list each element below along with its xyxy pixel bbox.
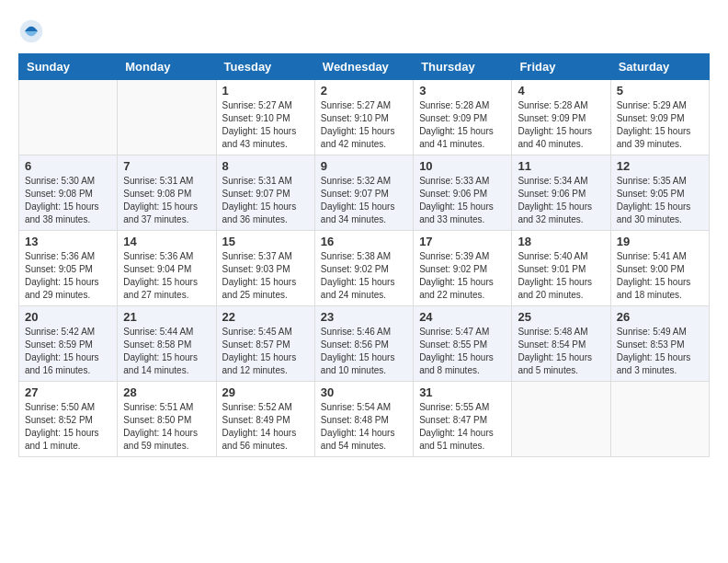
day-info: Sunrise: 5:38 AM Sunset: 9:02 PM Dayligh…: [321, 250, 407, 302]
day-info: Sunrise: 5:55 AM Sunset: 8:47 PM Dayligh…: [419, 401, 506, 453]
calendar-day-cell: 24Sunrise: 5:47 AM Sunset: 8:55 PM Dayli…: [414, 306, 512, 382]
day-info: Sunrise: 5:44 AM Sunset: 8:58 PM Dayligh…: [123, 326, 210, 377]
day-number: 4: [518, 84, 604, 98]
calendar-week-row: 20Sunrise: 5:42 AM Sunset: 8:59 PM Dayli…: [19, 306, 710, 382]
calendar-day-cell: 23Sunrise: 5:46 AM Sunset: 8:56 PM Dayli…: [314, 306, 413, 382]
day-info: Sunrise: 5:51 AM Sunset: 8:50 PM Dayligh…: [123, 401, 210, 453]
calendar-day-cell: 22Sunrise: 5:45 AM Sunset: 8:57 PM Dayli…: [216, 306, 314, 382]
calendar-day-cell: [610, 382, 709, 457]
weekday-header: Wednesday: [314, 54, 413, 80]
day-info: Sunrise: 5:30 AM Sunset: 9:08 PM Dayligh…: [25, 175, 111, 226]
day-number: 31: [419, 385, 506, 399]
day-info: Sunrise: 5:36 AM Sunset: 9:05 PM Dayligh…: [25, 250, 111, 302]
day-number: 2: [321, 84, 407, 98]
day-info: Sunrise: 5:31 AM Sunset: 9:07 PM Dayligh…: [222, 175, 309, 226]
day-number: 30: [321, 385, 407, 399]
day-info: Sunrise: 5:34 AM Sunset: 9:06 PM Dayligh…: [518, 175, 604, 226]
weekday-header: Friday: [512, 54, 610, 80]
day-info: Sunrise: 5:32 AM Sunset: 9:07 PM Dayligh…: [321, 175, 407, 226]
day-info: Sunrise: 5:50 AM Sunset: 8:52 PM Dayligh…: [25, 401, 111, 453]
calendar-table: SundayMondayTuesdayWednesdayThursdayFrid…: [18, 53, 710, 457]
day-info: Sunrise: 5:39 AM Sunset: 9:02 PM Dayligh…: [419, 250, 506, 302]
day-number: 19: [617, 235, 703, 248]
calendar-day-cell: [118, 80, 216, 155]
calendar-day-cell: 27Sunrise: 5:50 AM Sunset: 8:52 PM Dayli…: [19, 382, 118, 457]
day-info: Sunrise: 5:40 AM Sunset: 9:01 PM Dayligh…: [518, 250, 604, 302]
calendar-header-row: SundayMondayTuesdayWednesdayThursdayFrid…: [19, 54, 710, 80]
logo: [18, 18, 48, 44]
calendar-day-cell: 9Sunrise: 5:32 AM Sunset: 9:07 PM Daylig…: [314, 155, 413, 231]
day-number: 7: [123, 159, 210, 173]
calendar-day-cell: 14Sunrise: 5:36 AM Sunset: 9:04 PM Dayli…: [118, 231, 216, 306]
day-info: Sunrise: 5:47 AM Sunset: 8:55 PM Dayligh…: [419, 326, 506, 377]
day-info: Sunrise: 5:31 AM Sunset: 9:08 PM Dayligh…: [123, 175, 210, 226]
day-number: 14: [123, 235, 210, 248]
calendar-day-cell: 21Sunrise: 5:44 AM Sunset: 8:58 PM Dayli…: [118, 306, 216, 382]
day-number: 9: [321, 159, 407, 173]
day-info: Sunrise: 5:46 AM Sunset: 8:56 PM Dayligh…: [321, 326, 407, 377]
day-number: 6: [25, 159, 111, 173]
calendar-day-cell: 15Sunrise: 5:37 AM Sunset: 9:03 PM Dayli…: [216, 231, 314, 306]
page-header: [18, 18, 710, 44]
calendar-day-cell: 3Sunrise: 5:28 AM Sunset: 9:09 PM Daylig…: [414, 80, 512, 155]
calendar-day-cell: [512, 382, 610, 457]
calendar-day-cell: 18Sunrise: 5:40 AM Sunset: 9:01 PM Dayli…: [512, 231, 610, 306]
calendar-day-cell: 19Sunrise: 5:41 AM Sunset: 9:00 PM Dayli…: [610, 231, 709, 306]
calendar-day-cell: 16Sunrise: 5:38 AM Sunset: 9:02 PM Dayli…: [314, 231, 413, 306]
calendar-day-cell: 2Sunrise: 5:27 AM Sunset: 9:10 PM Daylig…: [314, 80, 413, 155]
day-info: Sunrise: 5:28 AM Sunset: 9:09 PM Dayligh…: [419, 99, 506, 151]
calendar-day-cell: 20Sunrise: 5:42 AM Sunset: 8:59 PM Dayli…: [19, 306, 118, 382]
calendar-day-cell: 1Sunrise: 5:27 AM Sunset: 9:10 PM Daylig…: [216, 80, 314, 155]
weekday-header: Thursday: [414, 54, 512, 80]
weekday-header: Tuesday: [216, 54, 314, 80]
day-info: Sunrise: 5:52 AM Sunset: 8:49 PM Dayligh…: [222, 401, 309, 453]
calendar-day-cell: 10Sunrise: 5:33 AM Sunset: 9:06 PM Dayli…: [414, 155, 512, 231]
day-number: 20: [25, 310, 111, 324]
day-number: 18: [518, 235, 604, 248]
calendar-day-cell: 12Sunrise: 5:35 AM Sunset: 9:05 PM Dayli…: [610, 155, 709, 231]
day-number: 12: [617, 159, 703, 173]
day-info: Sunrise: 5:48 AM Sunset: 8:54 PM Dayligh…: [518, 326, 604, 377]
calendar-day-cell: 4Sunrise: 5:28 AM Sunset: 9:09 PM Daylig…: [512, 80, 610, 155]
day-number: 15: [222, 235, 309, 248]
calendar-day-cell: 30Sunrise: 5:54 AM Sunset: 8:48 PM Dayli…: [314, 382, 413, 457]
calendar-day-cell: 5Sunrise: 5:29 AM Sunset: 9:09 PM Daylig…: [610, 80, 709, 155]
day-number: 17: [419, 235, 506, 248]
calendar-day-cell: 8Sunrise: 5:31 AM Sunset: 9:07 PM Daylig…: [216, 155, 314, 231]
day-number: 25: [518, 310, 604, 324]
day-number: 8: [222, 159, 309, 173]
day-number: 26: [617, 310, 703, 324]
day-info: Sunrise: 5:36 AM Sunset: 9:04 PM Dayligh…: [123, 250, 210, 302]
day-number: 10: [419, 159, 506, 173]
day-info: Sunrise: 5:29 AM Sunset: 9:09 PM Dayligh…: [617, 99, 703, 151]
day-number: 16: [321, 235, 407, 248]
day-number: 1: [222, 84, 309, 98]
calendar-day-cell: 13Sunrise: 5:36 AM Sunset: 9:05 PM Dayli…: [19, 231, 118, 306]
day-info: Sunrise: 5:27 AM Sunset: 9:10 PM Dayligh…: [321, 99, 407, 151]
day-info: Sunrise: 5:54 AM Sunset: 8:48 PM Dayligh…: [321, 401, 407, 453]
day-number: 28: [123, 385, 210, 399]
calendar-day-cell: 6Sunrise: 5:30 AM Sunset: 9:08 PM Daylig…: [19, 155, 118, 231]
calendar-week-row: 6Sunrise: 5:30 AM Sunset: 9:08 PM Daylig…: [19, 155, 710, 231]
calendar-day-cell: 25Sunrise: 5:48 AM Sunset: 8:54 PM Dayli…: [512, 306, 610, 382]
day-info: Sunrise: 5:42 AM Sunset: 8:59 PM Dayligh…: [25, 326, 111, 377]
calendar-day-cell: [19, 80, 118, 155]
day-number: 5: [617, 84, 703, 98]
calendar-week-row: 13Sunrise: 5:36 AM Sunset: 9:05 PM Dayli…: [19, 231, 710, 306]
weekday-header: Sunday: [19, 54, 118, 80]
day-number: 23: [321, 310, 407, 324]
calendar-day-cell: 26Sunrise: 5:49 AM Sunset: 8:53 PM Dayli…: [610, 306, 709, 382]
day-info: Sunrise: 5:37 AM Sunset: 9:03 PM Dayligh…: [222, 250, 309, 302]
day-info: Sunrise: 5:49 AM Sunset: 8:53 PM Dayligh…: [617, 326, 703, 377]
day-number: 21: [123, 310, 210, 324]
day-number: 3: [419, 84, 506, 98]
day-number: 27: [25, 385, 111, 399]
calendar-day-cell: 7Sunrise: 5:31 AM Sunset: 9:08 PM Daylig…: [118, 155, 216, 231]
day-info: Sunrise: 5:27 AM Sunset: 9:10 PM Dayligh…: [222, 99, 309, 151]
day-info: Sunrise: 5:28 AM Sunset: 9:09 PM Dayligh…: [518, 99, 604, 151]
calendar-week-row: 27Sunrise: 5:50 AM Sunset: 8:52 PM Dayli…: [19, 382, 710, 457]
day-number: 22: [222, 310, 309, 324]
calendar-day-cell: 11Sunrise: 5:34 AM Sunset: 9:06 PM Dayli…: [512, 155, 610, 231]
day-number: 24: [419, 310, 506, 324]
day-info: Sunrise: 5:35 AM Sunset: 9:05 PM Dayligh…: [617, 175, 703, 226]
